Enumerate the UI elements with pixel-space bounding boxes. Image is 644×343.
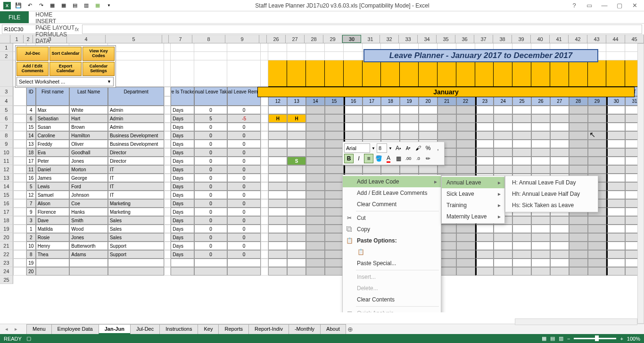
- day-cell[interactable]: [494, 114, 512, 123]
- day-cell[interactable]: [569, 165, 588, 174]
- data-cell[interactable]: [13, 148, 26, 157]
- redo-icon[interactable]: ↷: [36, 1, 46, 10]
- data-cell[interactable]: [261, 259, 268, 267]
- header-cell[interactable]: Annual Leave Taken: [194, 87, 227, 96]
- data-cell[interactable]: [227, 259, 261, 267]
- data-cell[interactable]: [164, 106, 171, 114]
- data-cell[interactable]: [13, 140, 26, 148]
- day-cell[interactable]: [268, 225, 287, 233]
- day-cell[interactable]: [588, 157, 607, 165]
- zoom-level[interactable]: 100%: [627, 336, 640, 342]
- day-cell[interactable]: [344, 131, 363, 140]
- data-cell[interactable]: Days: [171, 157, 194, 165]
- data-cell[interactable]: [261, 131, 268, 140]
- data-cell[interactable]: Florence: [36, 208, 70, 216]
- day-cell[interactable]: [569, 123, 588, 131]
- data-cell[interactable]: [13, 174, 26, 182]
- increase-font-icon[interactable]: A▴: [394, 143, 403, 153]
- day-cell[interactable]: [569, 242, 588, 250]
- header-cell[interactable]: [13, 96, 26, 106]
- data-cell[interactable]: Days: [171, 182, 194, 191]
- day-cell[interactable]: [606, 242, 625, 250]
- day-cell[interactable]: [475, 157, 494, 165]
- row-header[interactable]: 21: [0, 242, 13, 250]
- day-cell[interactable]: [531, 131, 550, 140]
- day-cell[interactable]: [287, 250, 306, 259]
- header-cell[interactable]: [164, 96, 171, 106]
- data-cell[interactable]: Days: [171, 148, 194, 157]
- cell[interactable]: [344, 43, 363, 52]
- data-cell[interactable]: 3: [26, 216, 36, 225]
- day-cell[interactable]: [456, 157, 475, 165]
- day-cell[interactable]: [456, 148, 475, 157]
- day-cell[interactable]: [456, 267, 475, 276]
- row-header[interactable]: 6: [0, 114, 13, 123]
- day-cell[interactable]: [569, 131, 588, 140]
- sheet-tab-report-indiv[interactable]: Report-Indiv: [248, 324, 289, 334]
- data-cell[interactable]: 0: [194, 199, 227, 208]
- data-cell[interactable]: [13, 242, 26, 250]
- row-header[interactable]: 18: [0, 216, 13, 225]
- day-cell[interactable]: [550, 140, 569, 148]
- data-cell[interactable]: [164, 140, 171, 148]
- ctx-add-leave-code[interactable]: Add Leave Code ▸: [343, 176, 441, 187]
- data-cell[interactable]: [261, 242, 268, 250]
- day-cell[interactable]: [325, 259, 344, 267]
- data-cell[interactable]: [164, 208, 171, 216]
- borders-icon[interactable]: ▦: [394, 154, 403, 163]
- data-cell[interactable]: [13, 131, 26, 140]
- day-cell[interactable]: [287, 208, 306, 216]
- month-cell[interactable]: [531, 60, 550, 87]
- data-cell[interactable]: [261, 123, 268, 131]
- submenu-h-full-day[interactable]: H: Annual Leave Full Day: [505, 177, 598, 188]
- data-cell[interactable]: Business Development: [108, 131, 164, 140]
- day-cell[interactable]: [268, 216, 287, 225]
- data-cell[interactable]: [164, 174, 171, 182]
- data-cell[interactable]: [261, 148, 268, 157]
- data-cell[interactable]: 0: [227, 123, 261, 131]
- qat-icon[interactable]: ▦: [47, 1, 58, 10]
- data-cell[interactable]: [171, 267, 194, 276]
- data-cell[interactable]: 0: [194, 157, 227, 165]
- data-cell[interactable]: Director: [108, 148, 164, 157]
- cell[interactable]: [325, 43, 344, 52]
- data-cell[interactable]: Wood: [69, 225, 108, 233]
- day-cell[interactable]: [550, 216, 569, 225]
- day-cell[interactable]: [419, 114, 438, 123]
- export-calendar-button[interactable]: Export Calendar: [50, 62, 82, 76]
- data-cell[interactable]: [164, 216, 171, 225]
- col-header[interactable]: 34: [418, 35, 437, 43]
- view-layout-icon[interactable]: ▤: [550, 335, 555, 342]
- data-cell[interactable]: 1: [26, 225, 36, 233]
- row-header[interactable]: 14: [0, 182, 13, 191]
- row-header[interactable]: 23: [0, 259, 13, 267]
- data-cell[interactable]: Caroline: [36, 131, 70, 140]
- day-cell[interactable]: [306, 123, 325, 131]
- data-cell[interactable]: [13, 208, 26, 216]
- ctx-clear-contents[interactable]: Clear Contents: [343, 294, 441, 305]
- day-cell[interactable]: [531, 106, 550, 114]
- day-cell[interactable]: [306, 157, 325, 165]
- data-cell[interactable]: [164, 131, 171, 140]
- day-cell[interactable]: [287, 259, 306, 267]
- col-header[interactable]: 35: [437, 35, 455, 43]
- data-cell[interactable]: Hart: [69, 114, 108, 123]
- data-cell[interactable]: Days: [171, 106, 194, 114]
- day-cell[interactable]: [512, 114, 531, 123]
- day-cell[interactable]: [287, 148, 306, 157]
- day-cell[interactable]: [531, 259, 550, 267]
- data-cell[interactable]: Jones: [69, 157, 108, 165]
- sheet-tab-jul-dec[interactable]: Jul-Dec: [130, 324, 160, 334]
- day-cell[interactable]: [606, 199, 625, 208]
- day-cell[interactable]: [325, 208, 344, 216]
- close-icon[interactable]: ✕: [629, 1, 640, 10]
- excel-icon[interactable]: X: [2, 1, 12, 10]
- day-cell[interactable]: [475, 267, 494, 276]
- juldec-button[interactable]: Jul-Dec: [17, 47, 49, 61]
- day-cell[interactable]: [456, 131, 475, 140]
- month-cell[interactable]: [325, 60, 344, 87]
- data-cell[interactable]: Admin: [108, 123, 164, 131]
- ctx-cut[interactable]: ✂Cut: [343, 212, 441, 224]
- cell[interactable]: [261, 52, 268, 60]
- day-cell[interactable]: [550, 242, 569, 250]
